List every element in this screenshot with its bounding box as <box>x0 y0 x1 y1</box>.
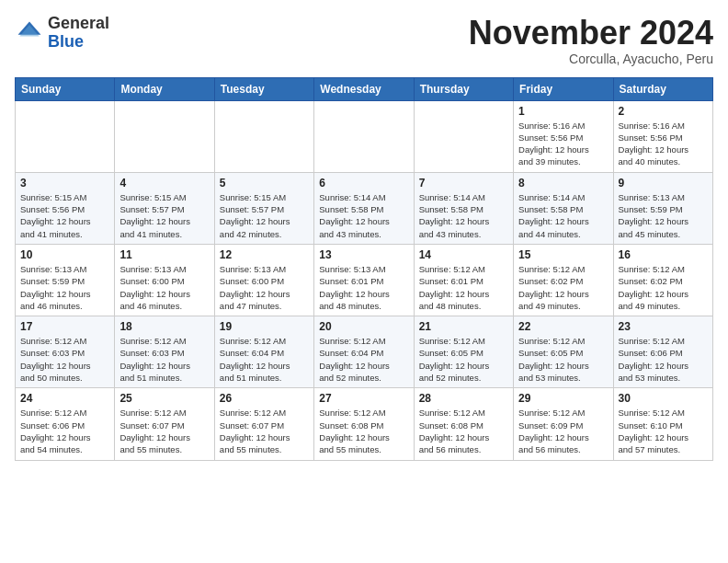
logo-blue-text: Blue <box>48 33 109 52</box>
day-info: Sunrise: 5:12 AM Sunset: 6:03 PM Dayligh… <box>20 335 109 384</box>
day-info: Sunrise: 5:13 AM Sunset: 6:00 PM Dayligh… <box>119 263 209 312</box>
calendar-cell: 5Sunrise: 5:15 AM Sunset: 5:57 PM Daylig… <box>214 172 313 244</box>
weekday-header-row: SundayMondayTuesdayWednesdayThursdayFrid… <box>16 77 713 100</box>
day-info: Sunrise: 5:13 AM Sunset: 5:59 PM Dayligh… <box>619 191 708 240</box>
day-number: 6 <box>319 177 408 190</box>
day-info: Sunrise: 5:12 AM Sunset: 6:02 PM Dayligh… <box>619 263 708 312</box>
calendar-cell: 13Sunrise: 5:13 AM Sunset: 6:01 PM Dayli… <box>314 244 414 316</box>
day-info: Sunrise: 5:12 AM Sunset: 6:05 PM Dayligh… <box>518 335 608 384</box>
day-info: Sunrise: 5:16 AM Sunset: 5:56 PM Dayligh… <box>518 120 608 168</box>
day-number: 17 <box>20 320 109 333</box>
calendar-cell <box>414 100 513 172</box>
day-info: Sunrise: 5:12 AM Sunset: 6:01 PM Dayligh… <box>419 263 508 312</box>
day-number: 27 <box>319 392 408 405</box>
day-info: Sunrise: 5:13 AM Sunset: 6:00 PM Dayligh… <box>220 263 309 312</box>
calendar-cell: 14Sunrise: 5:12 AM Sunset: 6:01 PM Dayli… <box>414 244 513 316</box>
calendar-cell: 29Sunrise: 5:12 AM Sunset: 6:09 PM Dayli… <box>514 388 613 460</box>
calendar-cell: 17Sunrise: 5:12 AM Sunset: 6:03 PM Dayli… <box>16 316 115 388</box>
day-number: 18 <box>119 320 209 333</box>
logo: General Blue <box>15 15 109 52</box>
day-info: Sunrise: 5:15 AM Sunset: 5:56 PM Dayligh… <box>20 191 109 240</box>
day-number: 10 <box>20 248 109 261</box>
calendar-cell: 20Sunrise: 5:12 AM Sunset: 6:04 PM Dayli… <box>314 316 414 388</box>
day-info: Sunrise: 5:12 AM Sunset: 6:10 PM Dayligh… <box>619 407 708 455</box>
calendar-cell: 27Sunrise: 5:12 AM Sunset: 6:08 PM Dayli… <box>314 388 414 460</box>
calendar-cell: 8Sunrise: 5:14 AM Sunset: 5:58 PM Daylig… <box>514 172 613 244</box>
calendar-cell: 25Sunrise: 5:12 AM Sunset: 6:07 PM Dayli… <box>115 388 214 460</box>
calendar-cell: 3Sunrise: 5:15 AM Sunset: 5:56 PM Daylig… <box>16 172 115 244</box>
day-number: 30 <box>619 392 708 405</box>
day-number: 7 <box>419 177 508 190</box>
day-info: Sunrise: 5:15 AM Sunset: 5:57 PM Dayligh… <box>119 191 209 240</box>
day-number: 16 <box>619 248 708 261</box>
calendar-cell <box>314 100 414 172</box>
calendar-cell <box>115 100 214 172</box>
month-title: November 2024 <box>469 15 713 52</box>
calendar-cell <box>16 100 115 172</box>
calendar-cell: 24Sunrise: 5:12 AM Sunset: 6:06 PM Dayli… <box>16 388 115 460</box>
day-number: 20 <box>319 320 408 333</box>
day-info: Sunrise: 5:12 AM Sunset: 6:07 PM Dayligh… <box>220 407 309 455</box>
day-number: 3 <box>20 177 109 190</box>
day-info: Sunrise: 5:16 AM Sunset: 5:56 PM Dayligh… <box>619 120 708 168</box>
day-number: 12 <box>220 248 309 261</box>
title-block: November 2024 Corculla, Ayacucho, Peru <box>469 15 713 66</box>
day-number: 9 <box>619 177 708 190</box>
calendar-cell <box>214 100 313 172</box>
day-number: 15 <box>518 248 608 261</box>
calendar-cell: 9Sunrise: 5:13 AM Sunset: 5:59 PM Daylig… <box>613 172 712 244</box>
calendar-cell: 16Sunrise: 5:12 AM Sunset: 6:02 PM Dayli… <box>613 244 712 316</box>
day-info: Sunrise: 5:12 AM Sunset: 6:07 PM Dayligh… <box>119 407 209 455</box>
day-number: 28 <box>419 392 508 405</box>
calendar-cell: 23Sunrise: 5:12 AM Sunset: 6:06 PM Dayli… <box>613 316 712 388</box>
weekday-header-saturday: Saturday <box>613 77 712 100</box>
day-number: 22 <box>518 320 608 333</box>
day-info: Sunrise: 5:12 AM Sunset: 6:03 PM Dayligh… <box>119 335 209 384</box>
day-number: 1 <box>518 105 608 118</box>
day-number: 24 <box>20 392 109 405</box>
day-info: Sunrise: 5:15 AM Sunset: 5:57 PM Dayligh… <box>220 191 309 240</box>
day-info: Sunrise: 5:12 AM Sunset: 6:02 PM Dayligh… <box>518 263 608 312</box>
calendar-week-4: 17Sunrise: 5:12 AM Sunset: 6:03 PM Dayli… <box>16 316 713 388</box>
day-number: 21 <box>419 320 508 333</box>
calendar-table: SundayMondayTuesdayWednesdayThursdayFrid… <box>15 77 713 461</box>
day-info: Sunrise: 5:13 AM Sunset: 5:59 PM Dayligh… <box>20 263 109 312</box>
weekday-header-wednesday: Wednesday <box>314 77 414 100</box>
day-info: Sunrise: 5:14 AM Sunset: 5:58 PM Dayligh… <box>518 191 608 240</box>
day-info: Sunrise: 5:13 AM Sunset: 6:01 PM Dayligh… <box>319 263 408 312</box>
calendar-cell: 22Sunrise: 5:12 AM Sunset: 6:05 PM Dayli… <box>514 316 613 388</box>
calendar-cell: 18Sunrise: 5:12 AM Sunset: 6:03 PM Dayli… <box>115 316 214 388</box>
day-info: Sunrise: 5:12 AM Sunset: 6:04 PM Dayligh… <box>319 335 408 384</box>
day-number: 8 <box>518 177 608 190</box>
day-info: Sunrise: 5:12 AM Sunset: 6:08 PM Dayligh… <box>419 407 508 455</box>
calendar-cell: 6Sunrise: 5:14 AM Sunset: 5:58 PM Daylig… <box>314 172 414 244</box>
calendar-cell: 7Sunrise: 5:14 AM Sunset: 5:58 PM Daylig… <box>414 172 513 244</box>
day-number: 26 <box>220 392 309 405</box>
calendar-cell: 28Sunrise: 5:12 AM Sunset: 6:08 PM Dayli… <box>414 388 513 460</box>
day-info: Sunrise: 5:12 AM Sunset: 6:05 PM Dayligh… <box>419 335 508 384</box>
weekday-header-thursday: Thursday <box>414 77 513 100</box>
calendar-cell: 4Sunrise: 5:15 AM Sunset: 5:57 PM Daylig… <box>115 172 214 244</box>
day-number: 19 <box>220 320 309 333</box>
weekday-header-tuesday: Tuesday <box>214 77 313 100</box>
day-info: Sunrise: 5:14 AM Sunset: 5:58 PM Dayligh… <box>319 191 408 240</box>
logo-icon <box>15 18 44 48</box>
day-number: 11 <box>119 248 209 261</box>
calendar-week-5: 24Sunrise: 5:12 AM Sunset: 6:06 PM Dayli… <box>16 388 713 460</box>
calendar-cell: 30Sunrise: 5:12 AM Sunset: 6:10 PM Dayli… <box>613 388 712 460</box>
calendar-cell: 15Sunrise: 5:12 AM Sunset: 6:02 PM Dayli… <box>514 244 613 316</box>
calendar-cell: 26Sunrise: 5:12 AM Sunset: 6:07 PM Dayli… <box>214 388 313 460</box>
day-info: Sunrise: 5:12 AM Sunset: 6:08 PM Dayligh… <box>319 407 408 455</box>
day-number: 23 <box>619 320 708 333</box>
weekday-header-sunday: Sunday <box>16 77 115 100</box>
calendar-cell: 2Sunrise: 5:16 AM Sunset: 5:56 PM Daylig… <box>613 100 712 172</box>
day-number: 13 <box>319 248 408 261</box>
calendar-cell: 11Sunrise: 5:13 AM Sunset: 6:00 PM Dayli… <box>115 244 214 316</box>
location-subtitle: Corculla, Ayacucho, Peru <box>469 52 713 66</box>
calendar-cell: 12Sunrise: 5:13 AM Sunset: 6:00 PM Dayli… <box>214 244 313 316</box>
weekday-header-monday: Monday <box>115 77 214 100</box>
day-info: Sunrise: 5:12 AM Sunset: 6:09 PM Dayligh… <box>518 407 608 455</box>
day-number: 4 <box>119 177 209 190</box>
weekday-header-friday: Friday <box>514 77 613 100</box>
day-number: 2 <box>619 105 708 118</box>
